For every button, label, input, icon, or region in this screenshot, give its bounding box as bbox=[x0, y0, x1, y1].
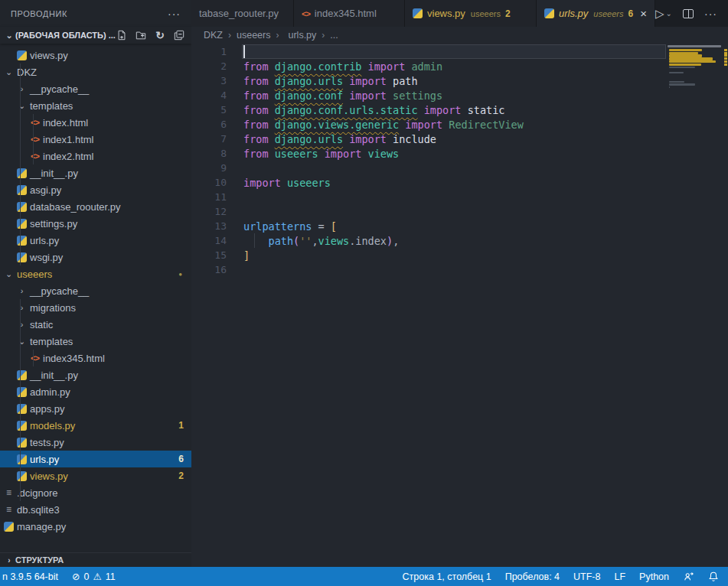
tree-item-views-py[interactable]: views.py bbox=[0, 47, 191, 63]
breadcrumb-label: ... bbox=[330, 30, 338, 41]
tree-item--init-py[interactable]: __init__.py bbox=[0, 366, 191, 383]
tree-item-manage-py[interactable]: manage.py bbox=[0, 518, 191, 535]
chevron-down-icon: ⌄ bbox=[3, 31, 15, 41]
minimap-line bbox=[669, 60, 716, 63]
tree-item-static[interactable]: ›static bbox=[0, 316, 191, 333]
breadcrumb-item-dkz[interactable]: DKZ bbox=[204, 30, 223, 41]
tree-item-label: views.py bbox=[30, 470, 68, 482]
tree-item-wsgi-py[interactable]: wsgi.py bbox=[0, 249, 191, 265]
breadcrumb-item-urls-py[interactable]: urls.py bbox=[284, 30, 316, 41]
tab-views-py[interactable]: views.pyuseeers2 bbox=[405, 0, 537, 27]
html-icon: <> bbox=[31, 151, 39, 161]
tree-item-index345-html[interactable]: <>index345.html bbox=[0, 350, 191, 366]
python-icon bbox=[544, 8, 554, 18]
tree-item-urls-py[interactable]: urls.py6 bbox=[0, 451, 191, 467]
code-line-1: 1 bbox=[191, 44, 728, 59]
tree-item-db-sqlite3[interactable]: ≡db.sqlite3 bbox=[0, 501, 191, 518]
indent-guide bbox=[33, 350, 34, 366]
ruler-warning-mark bbox=[724, 60, 727, 63]
tab-index345-html[interactable]: <>index345.html bbox=[294, 0, 405, 27]
new-folder-icon[interactable] bbox=[135, 29, 147, 41]
code-line-12: 12 bbox=[191, 204, 728, 219]
tree-item-views-py[interactable]: views.py2 bbox=[0, 467, 191, 484]
tree-item-asgi-py[interactable]: asgi.py bbox=[0, 181, 191, 198]
code-line-8: 8from useeers import views bbox=[191, 146, 728, 161]
python-interpreter-status[interactable]: n 3.9.5 64-bit bbox=[2, 571, 58, 582]
workspace-section-header[interactable]: ⌄ (РАБОЧАЯ ОБЛАСТЬ) ... ↻ bbox=[0, 27, 191, 44]
tree-item-models-py[interactable]: models.py1 bbox=[0, 417, 191, 434]
tree-item-label: urls.py bbox=[30, 235, 59, 246]
outline-section-header[interactable]: › СТРУКТУРА bbox=[0, 552, 191, 567]
chevron-right-icon: › bbox=[3, 556, 15, 565]
minimap[interactable] bbox=[668, 44, 723, 567]
code-line-11: 11 bbox=[191, 190, 728, 204]
eol-status[interactable]: LF bbox=[614, 571, 625, 582]
refresh-icon[interactable]: ↻ bbox=[154, 29, 166, 41]
problems-status[interactable]: ⊘ 0 ⚠ 11 bbox=[72, 571, 116, 582]
collapse-all-icon[interactable] bbox=[173, 29, 185, 41]
encoding-status[interactable]: UTF-8 bbox=[573, 571, 600, 582]
tree-item-label: static bbox=[30, 319, 53, 330]
text-cursor bbox=[243, 45, 245, 58]
tree-item--pycache-[interactable]: ›__pycache__ bbox=[0, 282, 191, 299]
tree-item-index2-html[interactable]: <>index2.html bbox=[0, 148, 191, 164]
workspace-section-label: (РАБОЧАЯ ОБЛАСТЬ) ... bbox=[15, 31, 116, 40]
python-icon bbox=[4, 522, 14, 532]
line-text: from django.conf import settings bbox=[227, 90, 442, 102]
tree-item-label: asgi.py bbox=[30, 184, 61, 196]
line-number: 6 bbox=[191, 119, 227, 130]
tree-item-label: tests.py bbox=[30, 437, 64, 448]
tab-problems-badge: 6 bbox=[628, 8, 633, 19]
indentation-status[interactable]: Пробелов: 4 bbox=[505, 571, 560, 582]
tree-item-admin-py[interactable]: admin.py bbox=[0, 383, 191, 400]
tab-urls-py[interactable]: urls.pyuseeers6× bbox=[537, 0, 655, 27]
breadcrumb-item--[interactable]: ... bbox=[330, 30, 338, 41]
tree-item--pycache-[interactable]: ›__pycache__ bbox=[0, 80, 191, 97]
tree-item-apps-py[interactable]: apps.py bbox=[0, 400, 191, 417]
ruler-warning-mark bbox=[724, 49, 727, 51]
cursor-position-status[interactable]: Строка 1, столбец 1 bbox=[403, 571, 491, 582]
run-python-file-button[interactable]: ▷ ⌄ bbox=[655, 7, 672, 21]
tree-item-templates[interactable]: ⌄templates bbox=[0, 97, 191, 114]
line-number: 9 bbox=[191, 162, 227, 174]
tree-item--dcignore[interactable]: ≡.dcignore bbox=[0, 484, 191, 501]
split-editor-icon[interactable] bbox=[683, 9, 694, 18]
new-file-icon[interactable] bbox=[116, 29, 128, 41]
feedback-icon[interactable] bbox=[683, 571, 694, 582]
explorer-more-icon[interactable]: ··· bbox=[168, 8, 181, 20]
code-editor[interactable]: 12from django.contrib import admin3from … bbox=[191, 44, 728, 567]
ruler-warning-mark bbox=[724, 57, 727, 60]
notifications-bell-icon[interactable] bbox=[708, 571, 719, 582]
tree-item-templates[interactable]: ⌄templates bbox=[0, 333, 191, 350]
explorer-title: ПРОВОДНИК bbox=[11, 9, 67, 18]
tree-item-useeers[interactable]: ⌄useeers● bbox=[0, 265, 191, 282]
tree-item-index-html[interactable]: <>index.html bbox=[0, 114, 191, 131]
code-line-14: 14 path('',views.index), bbox=[191, 233, 728, 248]
line-text: from django.urls import include bbox=[227, 133, 436, 145]
editor-more-icon[interactable]: ··· bbox=[704, 8, 717, 20]
tree-item-database-roouter-py[interactable]: database_roouter.py bbox=[0, 198, 191, 215]
tree-item-urls-py[interactable]: urls.py bbox=[0, 232, 191, 249]
tree-item-label: models.py bbox=[30, 420, 75, 431]
python-icon bbox=[17, 252, 27, 262]
tree-item-dkz[interactable]: ⌄DKZ bbox=[0, 63, 191, 80]
ruler-warning-mark bbox=[724, 54, 727, 57]
close-icon[interactable]: × bbox=[640, 8, 647, 19]
ruler-warning-mark bbox=[724, 63, 727, 66]
code-line-13: 13urlpatterns = [ bbox=[191, 219, 728, 233]
tree-item-tests-py[interactable]: tests.py bbox=[0, 434, 191, 451]
tree-item--init-py[interactable]: __init__.py bbox=[0, 164, 191, 181]
line-number: 15 bbox=[191, 249, 227, 261]
tree-item-index1-html[interactable]: <>index1.html bbox=[0, 131, 191, 148]
breadcrumb-item-useeers[interactable]: useeers bbox=[237, 30, 270, 41]
minimap-line bbox=[669, 81, 684, 83]
language-mode-status[interactable]: Python bbox=[639, 571, 669, 582]
line-text: from django.contrib import admin bbox=[227, 60, 442, 73]
tab-tabase-roouter-py[interactable]: tabase_roouter.py bbox=[191, 0, 294, 27]
python-icon bbox=[17, 236, 27, 246]
breadcrumb-separator: › bbox=[322, 30, 325, 41]
line-number: 5 bbox=[191, 104, 227, 116]
tree-item-settings-py[interactable]: settings.py bbox=[0, 215, 191, 232]
tab-label: urls.py bbox=[559, 8, 588, 19]
tree-item-migrations[interactable]: ›migrations bbox=[0, 299, 191, 316]
